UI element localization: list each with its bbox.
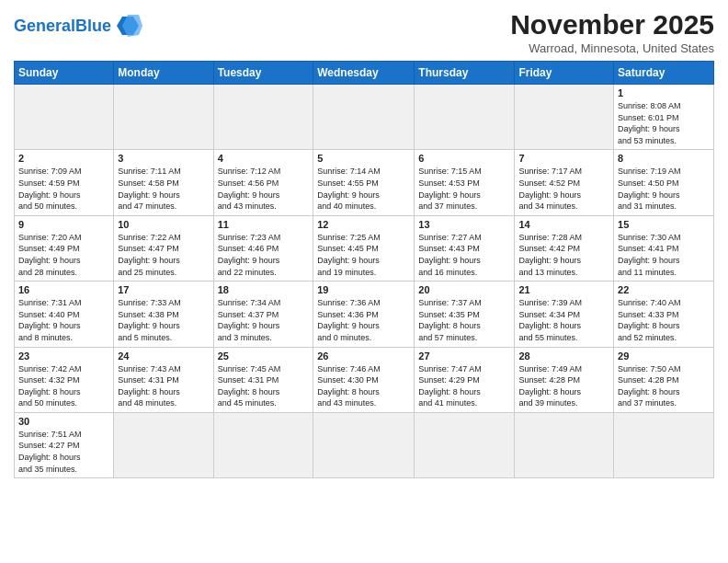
day-header-tuesday: Tuesday xyxy=(213,62,313,85)
day-cell xyxy=(415,85,515,150)
day-number: 22 xyxy=(618,284,710,295)
day-info: Sunrise: 7:27 AM Sunset: 4:43 PM Dayligh… xyxy=(418,232,510,278)
logo-text: GeneralBlue xyxy=(14,17,111,35)
logo: GeneralBlue xyxy=(14,13,142,39)
day-header-friday: Friday xyxy=(515,62,614,85)
month-year: November 2025 xyxy=(510,9,714,40)
day-cell xyxy=(415,412,515,477)
day-info: Sunrise: 7:23 AM Sunset: 4:46 PM Dayligh… xyxy=(218,232,310,278)
day-number: 7 xyxy=(518,153,609,164)
day-number: 6 xyxy=(418,153,510,164)
day-info: Sunrise: 7:51 AM Sunset: 4:27 PM Dayligh… xyxy=(18,429,109,475)
day-number: 24 xyxy=(118,350,209,362)
day-info: Sunrise: 7:09 AM Sunset: 4:59 PM Dayligh… xyxy=(18,166,109,212)
day-number: 10 xyxy=(118,219,209,230)
day-cell: 30Sunrise: 7:51 AM Sunset: 4:27 PM Dayli… xyxy=(15,412,114,477)
day-number: 18 xyxy=(218,284,310,295)
week-row-4: 16Sunrise: 7:31 AM Sunset: 4:40 PM Dayli… xyxy=(15,282,714,347)
day-number: 8 xyxy=(618,153,710,164)
day-cell xyxy=(114,412,213,477)
day-number: 28 xyxy=(518,350,609,362)
day-cell xyxy=(114,85,213,150)
logo-general: General xyxy=(14,17,75,35)
day-cell xyxy=(313,412,415,477)
day-number: 16 xyxy=(18,284,109,295)
week-row-2: 2Sunrise: 7:09 AM Sunset: 4:59 PM Daylig… xyxy=(15,150,714,215)
day-number: 29 xyxy=(618,350,710,362)
day-info: Sunrise: 7:37 AM Sunset: 4:35 PM Dayligh… xyxy=(418,297,510,343)
day-info: Sunrise: 7:42 AM Sunset: 4:32 PM Dayligh… xyxy=(18,363,109,409)
day-info: Sunrise: 7:39 AM Sunset: 4:34 PM Dayligh… xyxy=(518,297,609,343)
day-cell: 26Sunrise: 7:46 AM Sunset: 4:30 PM Dayli… xyxy=(313,347,415,412)
day-number: 15 xyxy=(618,219,710,230)
week-row-1: 1Sunrise: 8:08 AM Sunset: 6:01 PM Daylig… xyxy=(15,85,714,150)
day-info: Sunrise: 7:43 AM Sunset: 4:31 PM Dayligh… xyxy=(118,363,209,409)
day-cell: 22Sunrise: 7:40 AM Sunset: 4:33 PM Dayli… xyxy=(614,282,714,347)
day-info: Sunrise: 7:47 AM Sunset: 4:29 PM Dayligh… xyxy=(418,363,510,409)
day-cell: 14Sunrise: 7:28 AM Sunset: 4:42 PM Dayli… xyxy=(515,215,614,281)
day-info: Sunrise: 7:49 AM Sunset: 4:28 PM Dayligh… xyxy=(518,363,609,409)
day-info: Sunrise: 7:19 AM Sunset: 4:50 PM Dayligh… xyxy=(618,166,710,212)
day-info: Sunrise: 7:28 AM Sunset: 4:42 PM Dayligh… xyxy=(518,232,609,278)
week-row-6: 30Sunrise: 7:51 AM Sunset: 4:27 PM Dayli… xyxy=(15,412,714,477)
day-header-saturday: Saturday xyxy=(614,62,714,85)
day-number: 2 xyxy=(18,153,109,164)
day-number: 3 xyxy=(118,153,209,164)
page: GeneralBlue November 2025 Warroad, Minne… xyxy=(0,0,728,563)
day-cell: 12Sunrise: 7:25 AM Sunset: 4:45 PM Dayli… xyxy=(313,215,415,281)
day-cell: 17Sunrise: 7:33 AM Sunset: 4:38 PM Dayli… xyxy=(114,282,213,347)
calendar: SundayMondayTuesdayWednesdayThursdayFrid… xyxy=(14,61,714,478)
day-number: 26 xyxy=(317,350,410,362)
day-cell: 8Sunrise: 7:19 AM Sunset: 4:50 PM Daylig… xyxy=(614,150,714,215)
day-cell: 1Sunrise: 8:08 AM Sunset: 6:01 PM Daylig… xyxy=(614,85,714,150)
day-number: 1 xyxy=(618,87,710,98)
days-header-row: SundayMondayTuesdayWednesdayThursdayFrid… xyxy=(15,62,714,85)
day-number: 27 xyxy=(418,350,510,362)
day-info: Sunrise: 7:46 AM Sunset: 4:30 PM Dayligh… xyxy=(317,363,410,409)
day-cell: 15Sunrise: 7:30 AM Sunset: 4:41 PM Dayli… xyxy=(614,215,714,281)
day-cell: 23Sunrise: 7:42 AM Sunset: 4:32 PM Dayli… xyxy=(15,347,114,412)
day-number: 11 xyxy=(218,219,310,230)
day-cell: 2Sunrise: 7:09 AM Sunset: 4:59 PM Daylig… xyxy=(15,150,114,215)
day-cell: 27Sunrise: 7:47 AM Sunset: 4:29 PM Dayli… xyxy=(415,347,515,412)
logo-icon xyxy=(113,13,142,39)
day-cell: 18Sunrise: 7:34 AM Sunset: 4:37 PM Dayli… xyxy=(213,282,313,347)
day-cell: 13Sunrise: 7:27 AM Sunset: 4:43 PM Dayli… xyxy=(415,215,515,281)
day-cell xyxy=(213,412,313,477)
day-info: Sunrise: 7:14 AM Sunset: 4:55 PM Dayligh… xyxy=(317,166,410,212)
day-number: 21 xyxy=(518,284,609,295)
day-cell xyxy=(313,85,415,150)
day-cell: 11Sunrise: 7:23 AM Sunset: 4:46 PM Dayli… xyxy=(213,215,313,281)
day-number: 20 xyxy=(418,284,510,295)
day-number: 14 xyxy=(518,219,609,230)
day-number: 19 xyxy=(317,284,410,295)
day-number: 4 xyxy=(218,153,310,164)
day-info: Sunrise: 7:12 AM Sunset: 4:56 PM Dayligh… xyxy=(218,166,310,212)
day-cell: 19Sunrise: 7:36 AM Sunset: 4:36 PM Dayli… xyxy=(313,282,415,347)
day-header-wednesday: Wednesday xyxy=(313,62,415,85)
day-cell xyxy=(515,85,614,150)
day-number: 5 xyxy=(317,153,410,164)
day-info: Sunrise: 7:17 AM Sunset: 4:52 PM Dayligh… xyxy=(518,166,609,212)
day-number: 13 xyxy=(418,219,510,230)
day-header-monday: Monday xyxy=(114,62,213,85)
day-cell xyxy=(614,412,714,477)
logo-blue: Blue xyxy=(75,17,111,35)
day-info: Sunrise: 7:15 AM Sunset: 4:53 PM Dayligh… xyxy=(418,166,510,212)
day-info: Sunrise: 7:34 AM Sunset: 4:37 PM Dayligh… xyxy=(218,297,310,343)
day-cell: 5Sunrise: 7:14 AM Sunset: 4:55 PM Daylig… xyxy=(313,150,415,215)
day-cell: 3Sunrise: 7:11 AM Sunset: 4:58 PM Daylig… xyxy=(114,150,213,215)
header: GeneralBlue November 2025 Warroad, Minne… xyxy=(14,9,714,55)
day-number: 9 xyxy=(18,219,109,230)
day-cell: 24Sunrise: 7:43 AM Sunset: 4:31 PM Dayli… xyxy=(114,347,213,412)
day-number: 30 xyxy=(18,416,109,427)
day-header-thursday: Thursday xyxy=(415,62,515,85)
day-cell xyxy=(15,85,114,150)
day-info: Sunrise: 7:20 AM Sunset: 4:49 PM Dayligh… xyxy=(18,232,109,278)
day-info: Sunrise: 7:22 AM Sunset: 4:47 PM Dayligh… xyxy=(118,232,209,278)
day-info: Sunrise: 7:36 AM Sunset: 4:36 PM Dayligh… xyxy=(317,297,410,343)
day-info: Sunrise: 7:33 AM Sunset: 4:38 PM Dayligh… xyxy=(118,297,209,343)
title-block: November 2025 Warroad, Minnesota, United… xyxy=(510,9,714,55)
day-info: Sunrise: 7:40 AM Sunset: 4:33 PM Dayligh… xyxy=(618,297,710,343)
day-header-sunday: Sunday xyxy=(15,62,114,85)
